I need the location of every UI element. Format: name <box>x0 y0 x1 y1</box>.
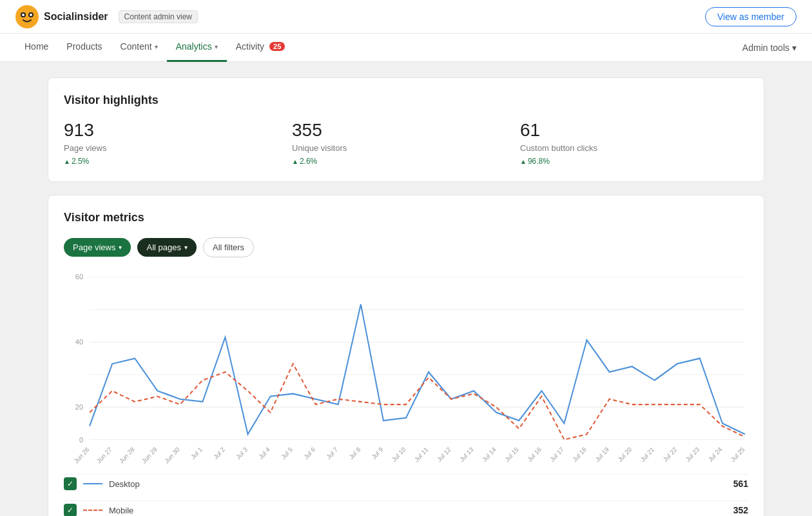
page-views-value: 913 <box>64 120 292 141</box>
chart-svg: 60 40 20 0 Jun 26 Jun 27 Jun 28 Jun 29 <box>64 270 748 464</box>
svg-text:Jul 5: Jul 5 <box>280 446 294 461</box>
mobile-line-indicator <box>83 510 102 511</box>
svg-text:Jul 10: Jul 10 <box>391 446 407 464</box>
svg-text:Jul 24: Jul 24 <box>707 446 724 464</box>
page-views-filter-chevron: ▾ <box>119 244 122 251</box>
svg-text:Jul 20: Jul 20 <box>617 446 633 464</box>
analytics-chevron-icon: ▾ <box>215 43 218 50</box>
svg-text:0: 0 <box>79 435 83 443</box>
admin-tools-chevron-icon: ▾ <box>792 43 797 53</box>
svg-text:Jul 9: Jul 9 <box>371 446 385 461</box>
button-clicks-value: 61 <box>520 120 748 141</box>
svg-text:40: 40 <box>75 337 83 345</box>
svg-text:20: 20 <box>75 403 83 411</box>
highlight-unique-visitors: 355 Unique visitors 2.6% <box>292 120 520 166</box>
header: Socialinsider Content admin view View as… <box>0 0 812 34</box>
desktop-legend-label: Desktop <box>109 479 140 489</box>
svg-text:Jul 18: Jul 18 <box>571 446 588 464</box>
content-chevron-icon: ▾ <box>155 43 158 50</box>
desktop-line <box>90 304 745 435</box>
svg-text:Jun 29: Jun 29 <box>140 446 159 464</box>
admin-badge: Content admin view <box>119 10 198 23</box>
visitor-highlights-card: Visitor highlights 913 Page views 2.5% 3… <box>48 77 764 182</box>
svg-text:Jul 13: Jul 13 <box>458 446 475 464</box>
chart-legend: ✓ Desktop 561 ✓ Mobile 352 <box>64 474 748 516</box>
svg-text:Jul 22: Jul 22 <box>662 446 678 463</box>
svg-point-3 <box>22 14 24 16</box>
svg-text:Jul 6: Jul 6 <box>302 446 316 461</box>
visitor-metrics-card: Visitor metrics Page views ▾ All pages ▾… <box>48 195 764 516</box>
desktop-checkbox[interactable]: ✓ <box>64 477 77 490</box>
visitor-highlights-title: Visitor highlights <box>64 94 748 107</box>
svg-text:Jul 2: Jul 2 <box>212 446 226 461</box>
svg-text:Jun 28: Jun 28 <box>118 446 136 464</box>
all-pages-filter-button[interactable]: All pages ▾ <box>137 238 196 257</box>
svg-text:Jun 26: Jun 26 <box>73 446 91 464</box>
desktop-line-indicator <box>83 483 102 484</box>
svg-text:Jul 8: Jul 8 <box>348 446 362 461</box>
logo-icon <box>15 5 39 28</box>
page-views-label: Page views <box>64 143 292 153</box>
svg-text:Jul 21: Jul 21 <box>639 446 655 463</box>
activity-badge: 25 <box>269 42 285 51</box>
metrics-chart: 60 40 20 0 Jun 26 Jun 27 Jun 28 Jun 29 <box>64 270 748 464</box>
svg-text:Jul 17: Jul 17 <box>548 446 565 463</box>
unique-visitors-value: 355 <box>292 120 520 141</box>
all-filters-button[interactable]: All filters <box>203 237 254 257</box>
mobile-legend-label: Mobile <box>109 506 133 515</box>
svg-text:Jun 27: Jun 27 <box>95 446 113 464</box>
svg-text:Jul 12: Jul 12 <box>436 446 452 463</box>
svg-text:Jul 7: Jul 7 <box>325 446 339 461</box>
desktop-legend-value: 561 <box>733 479 748 489</box>
svg-text:Jul 3: Jul 3 <box>235 446 249 461</box>
svg-text:Jun 30: Jun 30 <box>163 446 181 464</box>
svg-text:Jul 4: Jul 4 <box>257 446 271 461</box>
button-clicks-label: Custom button clicks <box>520 143 748 153</box>
svg-text:Jul 15: Jul 15 <box>503 446 520 464</box>
svg-text:Jul 25: Jul 25 <box>730 446 746 464</box>
svg-text:Jul 1: Jul 1 <box>189 446 204 461</box>
nav-item-analytics[interactable]: Analytics ▾ <box>167 34 227 62</box>
highlight-page-views: 913 Page views 2.5% <box>64 120 292 166</box>
unique-visitors-change: 2.6% <box>292 157 520 166</box>
page-views-filter-button[interactable]: Page views ▾ <box>64 238 131 257</box>
nav: Home Products Content ▾ Analytics ▾ Acti… <box>0 34 812 62</box>
logo-area: Socialinsider Content admin view <box>15 5 198 28</box>
highlights-grid: 913 Page views 2.5% 355 Unique visitors … <box>64 120 748 166</box>
svg-text:Jul 11: Jul 11 <box>413 446 429 463</box>
legend-desktop: ✓ Desktop 561 <box>64 474 748 493</box>
page-views-change: 2.5% <box>64 157 292 166</box>
admin-tools-menu[interactable]: Admin tools ▾ <box>742 43 797 53</box>
mobile-checkbox[interactable]: ✓ <box>64 504 77 516</box>
logo-name: Socialinsider <box>44 11 108 23</box>
visitor-metrics-title: Visitor metrics <box>64 211 748 224</box>
mobile-legend-value: 352 <box>733 505 748 515</box>
unique-visitors-label: Unique visitors <box>292 143 520 153</box>
nav-item-products[interactable]: Products <box>57 34 111 62</box>
svg-text:Jul 19: Jul 19 <box>594 446 610 464</box>
metrics-filters: Page views ▾ All pages ▾ All filters <box>64 237 748 257</box>
svg-text:Jul 23: Jul 23 <box>684 446 701 464</box>
button-clicks-change: 96.8% <box>520 157 748 166</box>
svg-text:Jul 16: Jul 16 <box>526 446 543 464</box>
svg-text:60: 60 <box>75 273 83 281</box>
svg-point-4 <box>30 14 32 16</box>
main-content: Visitor highlights 913 Page views 2.5% 3… <box>32 62 780 516</box>
all-pages-filter-chevron: ▾ <box>184 244 188 251</box>
nav-item-home[interactable]: Home <box>15 34 57 62</box>
highlight-button-clicks: 61 Custom button clicks 96.8% <box>520 120 748 166</box>
svg-point-0 <box>15 5 39 28</box>
svg-text:Jul 14: Jul 14 <box>481 446 498 464</box>
nav-item-content[interactable]: Content ▾ <box>111 34 167 62</box>
view-as-member-button[interactable]: View as member <box>705 7 797 26</box>
nav-item-activity[interactable]: Activity 25 <box>227 34 295 62</box>
legend-mobile: ✓ Mobile 352 <box>64 501 748 516</box>
